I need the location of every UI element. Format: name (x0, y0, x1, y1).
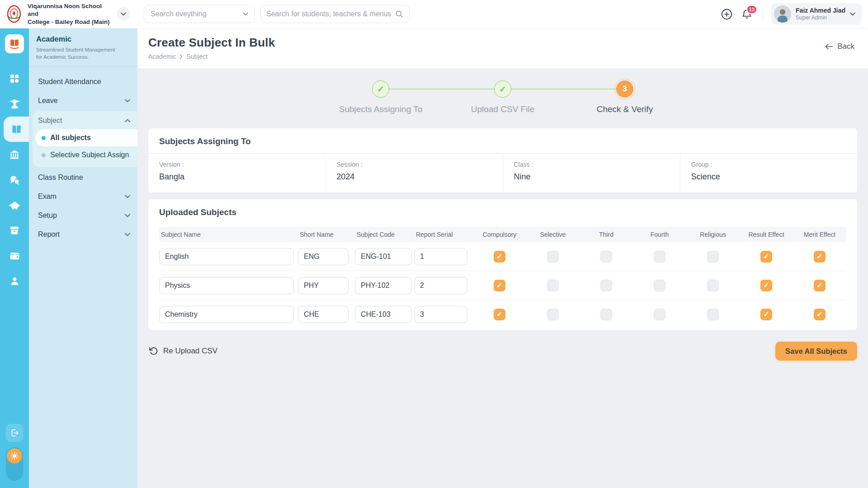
short-name-input[interactable] (298, 248, 349, 265)
module-title: Academic (36, 35, 130, 43)
session-value: 2024 (336, 172, 491, 182)
topbar-divider (763, 7, 763, 21)
chevron-down-icon (850, 12, 855, 16)
subject-name-input[interactable] (159, 277, 294, 294)
search-icon (395, 9, 404, 19)
reupload-csv-button[interactable]: Re Upload CSV (148, 346, 217, 356)
save-all-subjects-button[interactable]: Save All Subjects (775, 342, 857, 361)
group-field: Group : Science (680, 154, 857, 192)
check-icon: ✓ (496, 253, 502, 260)
theme-toggle[interactable] (6, 447, 23, 481)
breadcrumb: Academic Subject (148, 53, 275, 60)
sidebar-item-student-attendance[interactable]: Student Attendance (29, 72, 137, 91)
checkbox-fourth[interactable]: ✓ (654, 280, 665, 291)
checkbox-third[interactable]: ✓ (600, 251, 612, 263)
sidebar-item-subject[interactable]: Subject (33, 112, 137, 129)
subject-code-input[interactable] (355, 248, 412, 265)
checkbox-selective[interactable]: ✓ (547, 309, 559, 320)
inactive-dot (42, 153, 46, 157)
check-icon: ✓ (763, 253, 769, 260)
sidebar-item-exam[interactable]: Exam (29, 187, 137, 206)
checkbox-religious[interactable]: ✓ (707, 309, 719, 320)
school-switcher[interactable]: Viqarunnisa Noon School and College - Ba… (0, 2, 137, 26)
breadcrumb-academic[interactable]: Academic (148, 53, 176, 60)
chat-icon[interactable] (0, 167, 29, 192)
report-serial-input[interactable] (414, 277, 467, 294)
step-check-and-verify[interactable]: 3 Check & Verify (564, 80, 686, 114)
checkbox-result-effect[interactable]: ✓ (760, 309, 772, 320)
checkbox-fourth[interactable]: ✓ (654, 251, 665, 263)
notifications-button[interactable]: 13 (741, 8, 753, 20)
check-icon: ✓ (496, 282, 502, 289)
checkbox-compulsory[interactable]: ✓ (494, 251, 505, 263)
user-menu[interactable]: Faiz Ahmed Jiad Super Admin (771, 3, 862, 25)
step-subjects-assigning-to[interactable]: ✓ Subjects Assigning To (320, 80, 442, 114)
checkbox-selective[interactable]: ✓ (547, 251, 559, 263)
checkbox-selective[interactable]: ✓ (547, 280, 559, 291)
avatar (774, 5, 791, 23)
support-icon[interactable] (0, 268, 29, 294)
app-logo[interactable] (5, 34, 24, 53)
short-name-input[interactable] (298, 277, 349, 294)
rotate-ccw-icon (148, 346, 158, 356)
notification-badge: 13 (746, 5, 757, 14)
active-dot (42, 136, 46, 140)
piggy-bank-icon[interactable] (0, 192, 29, 218)
report-serial-input[interactable] (414, 248, 467, 265)
icon-rail (0, 28, 29, 488)
school-switcher-chevron[interactable] (117, 7, 130, 21)
checkbox-merit-effect[interactable]: ✓ (814, 280, 826, 291)
card-title: Uploaded Subjects (148, 199, 857, 224)
table-row: ✓ ✓ ✓ ✓ ✓ ✓ ✓ (159, 300, 846, 329)
book-icon[interactable] (4, 117, 29, 142)
sidebar-item-setup[interactable]: Setup (29, 206, 137, 225)
wallet-icon[interactable] (0, 243, 29, 268)
sidebar-item-report[interactable]: Report (29, 225, 137, 244)
checkbox-religious[interactable]: ✓ (707, 280, 719, 291)
sun-icon (7, 448, 22, 464)
breadcrumb-subject[interactable]: Subject (186, 53, 208, 60)
add-button[interactable] (721, 8, 733, 20)
check-icon: ✓ (816, 253, 822, 260)
institution-icon[interactable] (0, 142, 29, 167)
school-name: Viqarunnisa Noon School and College - Ba… (28, 2, 113, 26)
chevron-down-icon (125, 233, 130, 236)
checkbox-merit-effect[interactable]: ✓ (814, 251, 826, 263)
search-input[interactable] (266, 10, 395, 18)
chevron-down-icon (125, 195, 130, 198)
subject-code-input[interactable] (355, 306, 412, 323)
checkbox-third[interactable]: ✓ (600, 280, 612, 291)
checkbox-religious[interactable]: ✓ (707, 251, 719, 263)
checkbox-compulsory[interactable]: ✓ (494, 280, 505, 291)
sidebar-item-selective-subject-assign[interactable]: Selective Subject Assign (35, 146, 137, 164)
short-name-input[interactable] (298, 306, 349, 323)
subject-name-input[interactable] (159, 248, 294, 265)
version-field: Version : Bangla (148, 154, 325, 192)
back-button[interactable]: Back (825, 42, 854, 51)
subjects-table: Subject Name Short Name Subject Code Rep… (159, 227, 846, 329)
session-field: Session : 2024 (325, 154, 502, 192)
card-title: Subjects Assigning To (148, 128, 857, 153)
checkbox-third[interactable]: ✓ (600, 309, 612, 320)
subject-code-input[interactable] (355, 277, 412, 294)
report-serial-input[interactable] (414, 306, 467, 323)
stepper: ✓ Subjects Assigning To ✓ Upload CSV Fil… (320, 80, 686, 114)
sidebar-menu: Student Attendance Leave Subject All sub… (29, 67, 137, 244)
user-role: Super Admin (796, 14, 845, 21)
sidebar-item-leave[interactable]: Leave (29, 91, 137, 110)
search-scope-select[interactable]: Search eveything (144, 5, 255, 23)
checkbox-result-effect[interactable]: ✓ (760, 280, 772, 291)
step-number: 3 (616, 80, 633, 98)
archive-icon[interactable] (0, 218, 29, 243)
logout-icon[interactable] (5, 424, 24, 442)
sidebar-item-all-subjects[interactable]: All subjects (35, 129, 137, 146)
checkbox-result-effect[interactable]: ✓ (760, 251, 772, 263)
students-icon[interactable] (0, 91, 29, 117)
subject-name-input[interactable] (159, 306, 294, 323)
checkbox-fourth[interactable]: ✓ (654, 309, 665, 320)
sidebar-item-class-routine[interactable]: Class Routine (29, 168, 137, 187)
checkbox-compulsory[interactable]: ✓ (494, 309, 505, 320)
step-upload-csv-file[interactable]: ✓ Upload CSV File (442, 80, 564, 114)
dashboard-icon[interactable] (0, 66, 29, 91)
checkbox-merit-effect[interactable]: ✓ (814, 309, 826, 320)
